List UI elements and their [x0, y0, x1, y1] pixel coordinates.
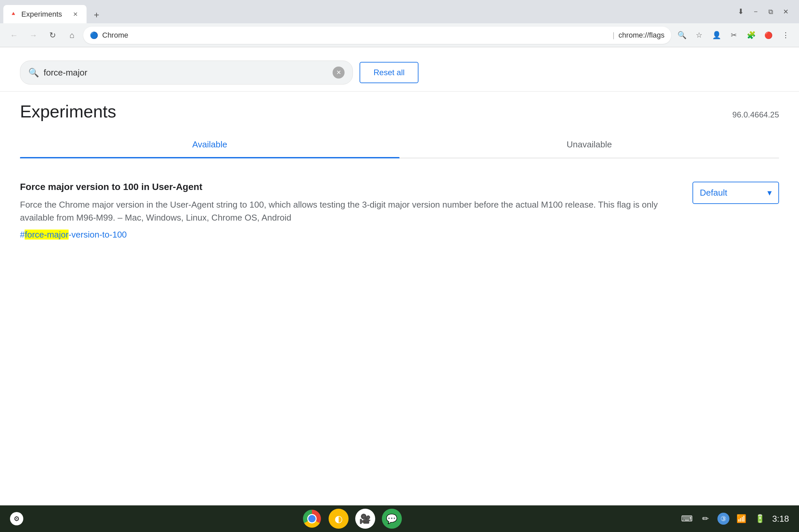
flag-link-suffix: -version-to-100: [69, 230, 127, 240]
flag-dropdown[interactable]: Default ▾: [692, 182, 779, 204]
download-icon[interactable]: ⬇: [734, 5, 747, 18]
experiments-header: Experiments 96.0.4664.25: [20, 101, 779, 121]
search-box: 🔍 ✕: [20, 60, 353, 84]
window-controls: ⬇ − ⧉ ✕: [734, 5, 796, 18]
toolbar-icons: 🔍 ☆ 👤 ✂ 🧩 🔴 ⋮: [674, 28, 793, 43]
taskbar-chrome-app[interactable]: [302, 509, 322, 529]
avatar-icon[interactable]: 👤: [709, 28, 724, 43]
tab-available[interactable]: Available: [20, 131, 400, 158]
chevron-down-icon: ▾: [767, 188, 772, 198]
address-brand: Chrome: [102, 31, 609, 40]
search-input[interactable]: [43, 68, 328, 78]
stylus-icon[interactable]: ✏: [699, 512, 712, 525]
taskbar-system-icon[interactable]: ⚙: [10, 512, 23, 525]
battery-icon[interactable]: 🔋: [754, 512, 767, 525]
flag-control: Default ▾: [692, 182, 779, 204]
tab-area: 🔺 Experiments ✕ +: [3, 0, 734, 23]
chrome-logo-icon: [303, 510, 321, 528]
flag-title: Force major version to 100 in User-Agent: [20, 182, 679, 192]
taskbar-right: ⌨ ✏ ③ 📶 🔋 3:18: [680, 512, 789, 525]
taskbar: ⚙ ◐ 🎥 💬 ⌨ ✏ ③ 📶 🔋 3:18: [0, 506, 799, 532]
active-tab[interactable]: 🔺 Experiments ✕: [3, 5, 87, 23]
experiments-content: Experiments 96.0.4664.25 Available Unava…: [0, 92, 799, 506]
puzzle-icon[interactable]: 🧩: [744, 28, 758, 43]
flag-link-highlight: force-major: [25, 230, 68, 240]
new-tab-button[interactable]: +: [88, 7, 105, 23]
search-icon: 🔍: [28, 68, 39, 78]
close-button[interactable]: ✕: [779, 5, 792, 18]
maximize-button[interactable]: ⧉: [764, 5, 777, 18]
home-button[interactable]: ⌂: [64, 27, 80, 43]
flag-item: Force major version to 100 in User-Agent…: [20, 172, 779, 250]
refresh-button[interactable]: ↻: [44, 27, 61, 43]
flag-link[interactable]: #force-major-version-to-100: [20, 230, 127, 240]
more-menu-icon[interactable]: ⋮: [778, 28, 793, 43]
system-clock: 3:18: [772, 514, 789, 524]
minimize-button[interactable]: −: [749, 5, 762, 18]
reset-all-button[interactable]: Reset all: [359, 62, 419, 83]
keyboard-icon[interactable]: ⌨: [680, 512, 693, 525]
taskbar-center: ◐ 🎥 💬: [302, 509, 402, 529]
flag-description: Force the Chrome major version in the Us…: [20, 198, 679, 224]
flag-link-prefix: #: [20, 230, 25, 240]
flag-text: Force major version to 100 in User-Agent…: [20, 182, 679, 240]
forward-button[interactable]: →: [25, 27, 41, 43]
back-button[interactable]: ←: [6, 27, 22, 43]
tab-title: Experiments: [21, 10, 67, 19]
tab-close-button[interactable]: ✕: [71, 10, 80, 19]
version-text: 96.0.4664.25: [732, 110, 779, 119]
search-toolbar-icon[interactable]: 🔍: [674, 28, 689, 43]
tabs-container: Available Unavailable: [20, 131, 779, 158]
taskbar-orange-app[interactable]: ◐: [329, 509, 349, 529]
address-url: chrome://flags: [618, 31, 665, 40]
search-area: 🔍 ✕ Reset all: [0, 47, 799, 92]
notification-badge[interactable]: ③: [718, 513, 729, 525]
bookmark-icon[interactable]: ☆: [692, 28, 706, 43]
tab-favicon: 🔺: [10, 10, 18, 18]
browser-frame: 🔺 Experiments ✕ + ⬇ − ⧉ ✕ ← → ↻ ⌂ 🔵 Chro…: [0, 0, 799, 532]
tab-unavailable[interactable]: Unavailable: [400, 131, 779, 158]
wifi-icon[interactable]: 📶: [735, 512, 748, 525]
scissors-icon[interactable]: ✂: [726, 28, 741, 43]
address-bar-row: ← → ↻ ⌂ 🔵 Chrome | chrome://flags 🔍 ☆ 👤 …: [0, 23, 799, 47]
search-clear-button[interactable]: ✕: [333, 66, 345, 78]
page-title: Experiments: [20, 101, 116, 121]
taskbar-left: ⚙: [10, 512, 23, 525]
extension-icon[interactable]: 🔴: [761, 28, 776, 43]
taskbar-chat-app[interactable]: 💬: [382, 509, 402, 529]
security-icon: 🔵: [90, 31, 98, 39]
address-bar[interactable]: 🔵 Chrome | chrome://flags: [83, 26, 671, 44]
title-bar: 🔺 Experiments ✕ + ⬇ − ⧉ ✕: [0, 0, 799, 23]
page-area: 🔍 ✕ Reset all Experiments 96.0.4664.25 A…: [0, 47, 799, 506]
address-separator: |: [613, 31, 615, 40]
flag-select-value: Default: [700, 188, 727, 198]
taskbar-meet-app[interactable]: 🎥: [355, 509, 375, 529]
